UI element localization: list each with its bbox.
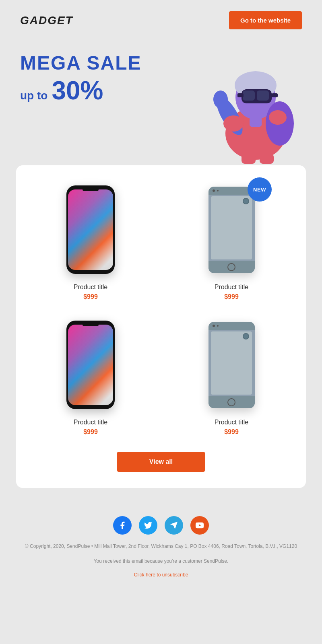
social-icons	[113, 516, 209, 535]
footer: © Copyright, 2020, SendPulse • Mill Mall…	[0, 500, 322, 590]
product-price-3: $999	[83, 428, 98, 436]
copyright-text: © Copyright, 2020, SendPulse • Mill Mall…	[25, 543, 297, 550]
telegram-icon[interactable]	[165, 516, 183, 535]
product-card-3: Product title $999	[24, 313, 157, 440]
youtube-icon[interactable]	[190, 516, 209, 535]
svg-point-14	[269, 110, 287, 125]
product-card-2: NEW Product title $999	[165, 177, 298, 305]
svg-rect-16	[260, 154, 274, 164]
pixel-mockup-2	[208, 187, 255, 273]
view-all-wrapper: View all	[24, 452, 298, 472]
header: GADGET Go to the website	[0, 0, 322, 41]
svg-point-13	[223, 115, 244, 132]
discount-percent: 30%	[52, 76, 103, 105]
twitter-icon[interactable]	[139, 516, 157, 535]
view-all-button[interactable]: View all	[117, 452, 205, 472]
upto-text: up to	[20, 89, 47, 102]
product-price-1: $999	[83, 293, 98, 300]
facebook-icon[interactable]	[113, 516, 132, 535]
product-title-1: Product title	[74, 284, 107, 291]
discount-line: up to 30%	[20, 76, 302, 105]
product-title-2: Product title	[215, 284, 248, 291]
product-card-4: Product title $999	[165, 313, 298, 440]
product-image-1	[54, 181, 127, 278]
products-section: Product title $999 NEW Prod	[16, 165, 306, 488]
product-image-4	[195, 317, 268, 413]
product-price-4: $999	[224, 428, 239, 436]
new-badge: NEW	[248, 177, 272, 202]
iphone-mockup-3	[66, 321, 115, 409]
svg-rect-11	[250, 117, 262, 127]
product-image-3	[54, 317, 127, 413]
product-title-3: Product title	[74, 419, 107, 426]
hero-text: MEGA SALE up to 30%	[20, 53, 302, 105]
unsubscribe-link[interactable]: Click here to unsubscribe	[134, 572, 188, 578]
logo: GADGET	[20, 14, 73, 27]
product-price-2: $999	[224, 293, 239, 300]
product-card-1: Product title $999	[24, 177, 157, 305]
footer-notice: You received this email because you're a…	[94, 558, 229, 564]
svg-rect-15	[242, 154, 256, 164]
goto-website-button[interactable]: Go to the website	[229, 11, 302, 29]
iphone-mockup-1	[66, 185, 115, 274]
mega-sale-text: MEGA SALE	[20, 53, 302, 74]
product-title-4: Product title	[215, 419, 248, 426]
product-image-2: NEW	[195, 181, 268, 278]
pixel-mockup-4	[208, 322, 255, 408]
products-grid: Product title $999 NEW Prod	[24, 177, 298, 440]
hero-section: MEGA SALE up to 30%	[0, 41, 322, 165]
